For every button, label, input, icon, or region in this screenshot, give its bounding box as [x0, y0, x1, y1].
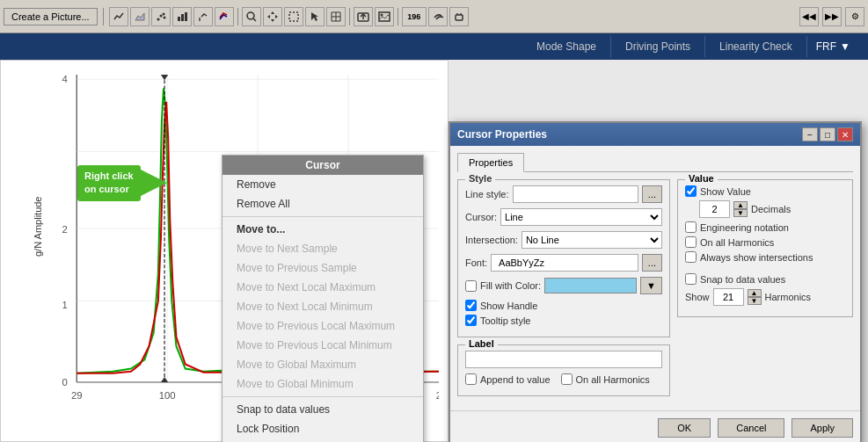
menu-item-prev-sample: Move to Previous Sample: [222, 258, 423, 278]
svg-rect-15: [289, 12, 298, 21]
label-input[interactable]: [465, 351, 662, 368]
fill-color-label: Fill with Color:: [480, 280, 541, 291]
line-style-input[interactable]: [513, 185, 638, 203]
on-all-harmonics-row: On all Harmonics: [685, 236, 845, 248]
cancel-button[interactable]: Cancel: [718, 418, 784, 438]
zoom-icon[interactable]: [242, 7, 261, 26]
arrow-box: Right click on cursor: [77, 165, 141, 201]
value-group: Value Show Value ▲ ▼: [677, 179, 853, 317]
style-group-title: Style: [465, 173, 495, 184]
harmonics-up-button[interactable]: ▲: [748, 289, 762, 297]
dialog-maximize-button[interactable]: □: [820, 127, 835, 141]
show-value-checkbox[interactable]: [685, 185, 697, 197]
fill-color-row: Fill with Color: ▼: [465, 277, 662, 294]
menu-section-move-to: Move to...: [222, 220, 423, 239]
tab-frf[interactable]: FRF ▼: [807, 36, 859, 57]
tab-driving-points[interactable]: Driving Points: [611, 36, 705, 57]
svg-point-26: [380, 13, 383, 16]
grid-icon[interactable]: [326, 7, 346, 26]
main-area: g/N Amplitude 4 2 1: [0, 60, 868, 442]
apply-button[interactable]: Apply: [791, 418, 853, 438]
harmonics-down-button[interactable]: ▼: [748, 297, 762, 305]
on-all-harmonics-checkbox[interactable]: [685, 236, 697, 248]
harmonics-input[interactable]: [713, 288, 744, 306]
dialog-close-button[interactable]: ✕: [837, 127, 853, 141]
mixed-chart-icon[interactable]: [193, 7, 213, 26]
fill-color-checkbox[interactable]: [465, 280, 477, 292]
decimals-input[interactable]: [699, 200, 730, 218]
svg-text:0: 0: [62, 377, 68, 388]
nav-forward-icon[interactable]: ▶▶: [822, 7, 842, 26]
settings-icon[interactable]: ⚙: [845, 7, 864, 26]
context-menu: Cursor Remove Remove All Move to... Move…: [222, 155, 424, 442]
menu-item-calculations[interactable]: Calculations ►: [222, 438, 423, 442]
line-style-button[interactable]: ...: [642, 185, 662, 203]
export-icon[interactable]: [354, 7, 373, 26]
menu-item-remove[interactable]: Remove: [222, 175, 423, 194]
show-handle-checkbox[interactable]: [465, 300, 477, 311]
dialog-body: Properties Style Line style: ...: [450, 146, 860, 410]
tab-mode-shape[interactable]: Mode Shape: [522, 36, 611, 57]
append-to-value-checkbox[interactable]: [465, 373, 477, 385]
decimals-down-button[interactable]: ▼: [733, 209, 748, 217]
number-icon[interactable]: 196: [402, 7, 427, 26]
cursor-select[interactable]: Line Cross Diamond: [500, 208, 662, 226]
image-export-icon[interactable]: [375, 7, 394, 26]
snap-to-data-values-checkbox[interactable]: [685, 273, 697, 285]
tab-linearity-check[interactable]: Linearity Check: [705, 36, 807, 57]
dialog-controls: − □ ✕: [802, 127, 853, 141]
scatter-icon[interactable]: [151, 7, 171, 26]
area-chart-icon[interactable]: [130, 7, 150, 26]
tab-properties[interactable]: Properties: [457, 153, 524, 172]
svg-text:100: 100: [159, 390, 176, 401]
dialog-left-panel: Style Line style: ... Cursor: Line: [457, 179, 670, 403]
font-row: Font: AaBbYyZz ...: [465, 254, 662, 272]
decimals-label: Decimals: [751, 204, 791, 214]
svg-text:2: 2: [62, 224, 68, 235]
dialog-footer: OK Cancel Apply: [450, 410, 860, 442]
fill-color-swatch[interactable]: [544, 278, 637, 293]
dialog-content: Style Line style: ... Cursor: Line: [457, 179, 853, 403]
show-handle-label: Show Handle: [480, 301, 537, 311]
toolbar-separator-1: [103, 8, 104, 25]
menu-item-remove-all[interactable]: Remove All: [222, 194, 423, 214]
svg-text:1: 1: [62, 300, 68, 310]
svg-marker-13: [267, 15, 270, 18]
line-chart-icon[interactable]: [109, 7, 128, 26]
tools-icon[interactable]: [449, 7, 469, 26]
dialog-minimize-button[interactable]: −: [802, 127, 818, 141]
select-icon[interactable]: [284, 7, 303, 26]
ok-button[interactable]: OK: [658, 418, 711, 438]
menu-item-next-local-min: Move to Next Local Minimum: [222, 297, 423, 316]
menu-item-next-local-max: Move to Next Local Maximum: [222, 278, 423, 297]
svg-point-2: [159, 14, 162, 17]
label-group: Label Append to value On all Harmon: [457, 344, 670, 396]
menu-item-snap[interactable]: Snap to data values: [222, 400, 423, 419]
fill-color-button[interactable]: ▼: [640, 277, 662, 294]
pan-icon[interactable]: [263, 7, 282, 26]
svg-point-9: [247, 12, 254, 19]
svg-text:4: 4: [62, 74, 68, 84]
create-picture-button[interactable]: Create a Picture...: [4, 8, 98, 25]
intersection-row: Intersection: No Line Horizontal Vertica…: [465, 231, 662, 249]
label-options: Append to value On all Harmonics: [465, 373, 662, 388]
bar-chart-icon[interactable]: [172, 7, 192, 26]
always-show-intersections-checkbox[interactable]: [685, 251, 697, 263]
svg-text:2: 2: [436, 390, 439, 401]
tooltip-style-checkbox[interactable]: [465, 315, 477, 326]
engineering-notation-row: Engineering notation: [685, 221, 845, 233]
svg-marker-14: [275, 15, 278, 18]
menu-item-lock[interactable]: Lock Position: [222, 419, 423, 438]
cursor-tool-icon[interactable]: [305, 7, 325, 26]
menu-item-next-sample: Move to Next Sample: [222, 239, 423, 258]
svg-marker-0: [135, 13, 144, 20]
intersection-select[interactable]: No Line Horizontal Vertical Both: [522, 231, 662, 249]
append-to-value-row: Append to value: [465, 373, 551, 385]
engineering-notation-checkbox[interactable]: [685, 221, 697, 233]
decimals-up-button[interactable]: ▲: [733, 201, 748, 209]
font-button[interactable]: ...: [642, 254, 662, 272]
nav-back-icon[interactable]: ◀◀: [799, 7, 819, 26]
overlay-icon[interactable]: [215, 7, 234, 26]
link-icon[interactable]: [428, 7, 448, 26]
label-on-all-harmonics-checkbox[interactable]: [561, 373, 573, 385]
